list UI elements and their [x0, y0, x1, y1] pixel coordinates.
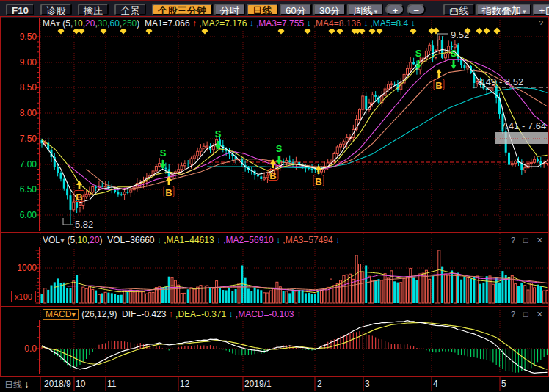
header-token: ▾: [56, 18, 62, 29]
header-token: VOL: [43, 235, 60, 245]
header-token: 10: [73, 18, 82, 29]
header-token: 10: [77, 235, 87, 245]
period-label[interactable]: 日线 ↓: [4, 379, 29, 391]
date-label: 4: [433, 379, 438, 389]
date-label: 5: [501, 379, 506, 389]
header-token: ↓: [247, 18, 253, 29]
date-label: 2019/1: [244, 379, 272, 389]
header-token: ↓: [274, 235, 280, 245]
header-token: ,MA3=57494: [280, 235, 333, 245]
header-token: 20: [85, 18, 95, 29]
header-token: MA1=7.066: [145, 18, 190, 29]
header-token: ,MA3=7.755: [254, 18, 304, 29]
header-token: ▾: [60, 235, 67, 245]
help-icon[interactable]: ?: [511, 236, 517, 244]
vol-pane-controls: ? □ ✕: [508, 235, 545, 245]
main-pane-controls: ?: [536, 18, 545, 29]
date-label: 12: [180, 379, 189, 389]
header-token: 30: [98, 18, 107, 29]
date-label: 2018/9: [44, 379, 71, 389]
header-token: ↓: [408, 18, 415, 29]
svg-text:1000: 1000: [17, 263, 37, 273]
header-token: ↓: [226, 309, 233, 319]
help-icon[interactable]: ?: [511, 310, 517, 319]
volume-layer: [41, 250, 549, 303]
svg-text:0.0: 0.0: [24, 344, 37, 354]
header-token: (26,12,9): [81, 309, 122, 319]
svg-text:B: B: [165, 187, 172, 198]
svg-text:7.41 - 7.64: 7.41 - 7.64: [501, 120, 546, 131]
header-token: ,MA1=44613: [161, 235, 214, 245]
overlay-layer: BBBBBSSSSS5.829.528.49 - 8.527.41 - 7.64…: [17, 28, 546, 355]
date-label: 11: [107, 379, 116, 389]
close-icon[interactable]: ✕: [537, 310, 545, 319]
header-token: ): [99, 235, 107, 245]
svg-text:9.00: 9.00: [20, 57, 37, 68]
macd-indicator-header[interactable]: MACD▾(26,12,9) DIF=-0.423 ↑ ,DEA=-0.371 …: [43, 309, 301, 320]
header-token: ↓: [361, 18, 368, 29]
svg-text:8.00: 8.00: [20, 108, 37, 118]
svg-text:S: S: [215, 128, 222, 139]
macd-pane-controls: ? □ ✕: [508, 309, 545, 319]
header-token: ,MA2=7.176: [197, 18, 247, 29]
header-token: MACD▾: [43, 309, 79, 320]
ma-indicator-header[interactable]: MA▾ (5,10,20,30,60,250) MA1=7.066 ↑ ,MA2…: [43, 18, 415, 29]
chart-canvas[interactable]: BBBBBSSSSS5.829.528.49 - 8.527.41 - 7.64…: [0, 0, 549, 392]
arrow-down-icon: ↓: [24, 380, 29, 390]
header-token: ,MA4=8.136: [310, 18, 360, 29]
help-icon[interactable]: ?: [539, 19, 545, 28]
macd-layer: [42, 321, 548, 374]
svg-text:S: S: [160, 148, 167, 159]
svg-text:B: B: [315, 176, 321, 187]
header-token: ,MACD=-0.103: [233, 309, 294, 319]
stock-chart-window: F10 诊股 擒庄 全景 个股三分钟 分时 日线 60分 30分 周线▾ + −…: [0, 0, 549, 392]
header-token: ↓: [155, 235, 161, 245]
header-token: 250: [122, 18, 137, 29]
header-token: VOL=36660: [107, 235, 154, 245]
header-token: 60: [110, 18, 120, 29]
svg-text:7.00: 7.00: [20, 159, 37, 170]
header-token: ,MA5=8.4: [368, 18, 408, 29]
svg-text:B: B: [435, 80, 442, 91]
svg-text:5.82: 5.82: [75, 219, 93, 230]
header-token: 20: [90, 235, 99, 245]
header-token: ↓: [214, 235, 221, 245]
header-token: ↑: [294, 309, 301, 319]
date-label: 2: [317, 379, 322, 389]
svg-text:9.50: 9.50: [20, 32, 37, 42]
date-label: 10: [76, 379, 85, 389]
maximize-icon[interactable]: □: [523, 310, 530, 319]
header-token: DIF=-0.423: [122, 309, 166, 319]
header-token: ,DEA=-0.371: [173, 309, 226, 319]
price-layer: [41, 36, 549, 225]
svg-text:9.52: 9.52: [451, 29, 469, 40]
close-icon[interactable]: ✕: [537, 236, 545, 244]
svg-text:8.50: 8.50: [20, 82, 37, 92]
date-label: 3: [365, 379, 370, 389]
svg-text:6.00: 6.00: [20, 210, 37, 220]
header-token: ↑: [166, 309, 172, 319]
svg-text:S: S: [415, 48, 422, 59]
svg-text:B: B: [269, 170, 276, 181]
header-token: ): [137, 18, 145, 29]
time-axis: 日线 ↓ 2018/91011122019/12345: [0, 377, 549, 392]
header-token: ,MA2=56910: [221, 235, 274, 245]
svg-text:B: B: [76, 192, 82, 203]
header-token: MA: [43, 18, 56, 29]
svg-text:7.50: 7.50: [20, 134, 37, 144]
svg-text:8.49 - 8.52: 8.49 - 8.52: [478, 76, 523, 87]
svg-text:S: S: [451, 48, 457, 59]
vol-indicator-header[interactable]: VOL▾ (5,10,20) VOL=36660 ↓ ,MA1=44613 ↓ …: [43, 235, 340, 246]
header-token: ↓: [333, 235, 340, 245]
svg-text:S: S: [276, 143, 283, 154]
svg-text:6.50: 6.50: [20, 184, 37, 195]
maximize-icon[interactable]: □: [523, 236, 530, 244]
vol-unit-label: x100: [11, 291, 36, 302]
header-token: ↑: [190, 18, 197, 29]
